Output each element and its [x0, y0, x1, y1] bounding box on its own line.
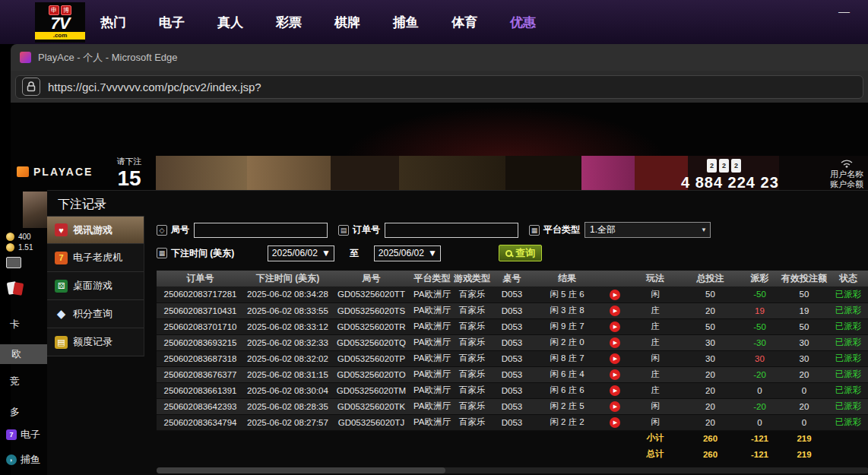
round-input[interactable]: [194, 223, 328, 238]
sidebar-item[interactable]: 桌面游戏: [47, 272, 144, 300]
total-bet-cell: 20: [682, 382, 739, 398]
subtotal-row: 小计 260 -121 219: [157, 430, 868, 446]
bet-countdown: 请下注 15: [108, 156, 150, 190]
play-icon[interactable]: [610, 369, 620, 380]
platform-cell: PA欧洲厅: [411, 302, 453, 318]
minimize-button[interactable]: —: [838, 5, 850, 17]
order-cell: 250602083710431: [157, 302, 244, 318]
sidebar-item[interactable]: 视讯游戏: [47, 216, 144, 244]
round-cell: GD053256020TT: [331, 287, 411, 302]
rail-item-label: 电子: [21, 428, 40, 442]
game-cell: 百家乐: [453, 287, 491, 302]
address-bar[interactable]: https://gci.7vvvvvv.com/pc/pcv2/index.js…: [15, 75, 863, 99]
platform-cell: PA欧洲厅: [411, 366, 453, 382]
rail-item[interactable]: [6, 281, 28, 296]
bet-type-cell: 庄: [629, 302, 682, 318]
nav-item[interactable]: 电子: [159, 14, 185, 31]
rail-item[interactable]: 卡: [6, 318, 20, 331]
game-cell: 百家乐: [453, 366, 491, 382]
order-input[interactable]: [385, 223, 518, 238]
bet-type-cell: 闲: [629, 350, 682, 366]
game-cell: 百家乐: [453, 382, 491, 398]
total-total-bet: 260: [682, 446, 739, 462]
sidebar-item[interactable]: 额度记录: [47, 328, 144, 356]
play-icon[interactable]: [610, 306, 620, 316]
round-cell: GD053256020TK: [331, 398, 411, 414]
panel-menu: 视讯游戏 电子老虎机 桌面游戏 积分查询: [47, 216, 144, 356]
time-cell: 2025-06-02 08:34:28: [244, 287, 331, 302]
chevron-down-icon: ▼: [322, 248, 331, 258]
result-cell: 闲 6 庄 6: [533, 382, 601, 398]
sidebar-item-label: 积分查询: [73, 307, 112, 321]
bet-type-cell: 庄: [629, 334, 682, 350]
rail-item[interactable]: 电子: [6, 428, 40, 442]
bet-type-cell: 庄: [629, 366, 682, 382]
rail-item-icon: [6, 429, 17, 440]
table-cell: D053: [491, 382, 533, 398]
play-icon[interactable]: [610, 337, 620, 348]
site-info-lock-icon[interactable]: [22, 78, 40, 96]
column-header: 状态: [828, 271, 868, 287]
site-logo[interactable]: 申 博 7V .com: [35, 2, 85, 43]
logo-text: 7V: [51, 15, 70, 32]
table-row: 250602083717281 2025-06-02 08:34:28 GD05…: [157, 287, 868, 302]
horizontal-scrollbar[interactable]: [157, 467, 868, 473]
sidebar-item[interactable]: 积分查询: [47, 300, 144, 328]
scrollbar-thumb[interactable]: [157, 467, 445, 473]
total-bet-cell: 30: [682, 350, 739, 366]
round-cell: GD053256020TR: [331, 318, 411, 334]
search-button[interactable]: 查询: [499, 245, 542, 261]
user-avatar[interactable]: [23, 192, 47, 228]
order-cell: 250602083687318: [157, 350, 244, 366]
date-to-value: 2025/06/02: [379, 248, 424, 258]
column-header: 订单号: [157, 271, 244, 287]
rail-item[interactable]: 1.51: [6, 243, 33, 252]
date-from-value: 2025/06/02: [272, 248, 318, 258]
play-icon[interactable]: [610, 321, 620, 332]
nav-item[interactable]: 棋牌: [334, 14, 360, 31]
date-from-select[interactable]: 2025/06/02 ▼: [268, 245, 334, 261]
column-header: 结果: [533, 271, 601, 287]
nav-item[interactable]: 捕鱼: [393, 14, 419, 31]
status-badge: 已派彩: [828, 382, 868, 398]
status-badge: 已派彩: [828, 318, 868, 334]
platform-select[interactable]: 1.全部 ▼: [584, 222, 711, 238]
sidebar-item[interactable]: 电子老虎机: [47, 244, 144, 272]
nav-item[interactable]: 彩票: [276, 14, 302, 31]
rail-item[interactable]: 竞: [6, 375, 20, 388]
rail-item[interactable]: 欧: [0, 344, 47, 364]
rail-item[interactable]: 400: [6, 233, 31, 241]
rail-item[interactable]: 捕鱼: [6, 453, 40, 467]
subtotal-total-bet: 260: [682, 430, 739, 446]
nav-item[interactable]: 优惠: [510, 14, 536, 31]
date-to-select[interactable]: 2025/06/02 ▼: [374, 245, 441, 261]
play-icon[interactable]: [610, 385, 620, 396]
rail-item[interactable]: [6, 257, 25, 268]
payout-cell: -50: [739, 287, 781, 302]
status-badge: 已派彩: [828, 366, 868, 382]
filters: ◇ 局号 ▤ 订单号 ▦ 平台类型 1.全部 ▼ ▦ 下注时间 (美东): [144, 216, 868, 271]
play-icon[interactable]: [610, 401, 620, 412]
play-icon[interactable]: [610, 353, 620, 364]
rail-item-icon: [6, 257, 21, 268]
nav-item[interactable]: 热门: [100, 14, 126, 31]
total-bet-cell: 30: [682, 334, 739, 350]
valid-bet-cell: 0: [781, 414, 828, 430]
nav-item[interactable]: 体育: [451, 14, 477, 31]
play-icon[interactable]: [610, 290, 620, 300]
replay-cell: [601, 382, 629, 398]
time-cell: 2025-06-02 08:33:12: [244, 318, 331, 334]
account-labels: 用户名称 账户余额: [830, 169, 863, 189]
play-icon[interactable]: [610, 417, 620, 428]
rail-item-icon: [6, 454, 17, 465]
round-cell: GD053256020TQ: [331, 334, 411, 350]
valid-bet-cell: 19: [781, 302, 828, 318]
order-label: 订单号: [353, 223, 380, 236]
rail-item[interactable]: 多: [6, 405, 20, 419]
nav-item[interactable]: 真人: [217, 14, 243, 31]
result-cell: 闲 8 庄 7: [533, 350, 601, 366]
payout-cell: 30: [739, 350, 781, 366]
order-cell: 250602083634794: [157, 414, 244, 430]
order-cell: 250602083701710: [157, 318, 244, 334]
table-cell: D053: [491, 318, 533, 334]
